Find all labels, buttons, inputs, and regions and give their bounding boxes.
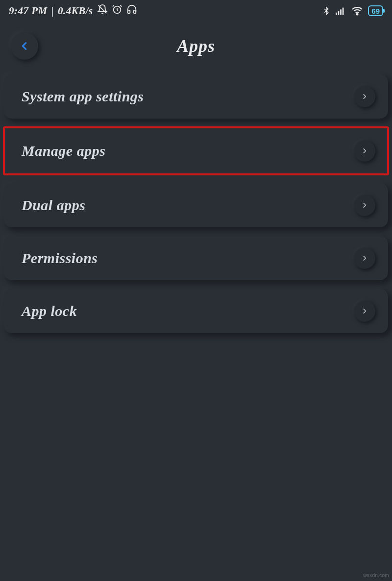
list-item-permissions[interactable]: Permissions (4, 236, 388, 280)
list-item-label: Manage apps (22, 143, 105, 159)
chevron-button[interactable] (354, 194, 375, 216)
chevron-left-icon (19, 39, 30, 53)
chevron-button[interactable] (354, 300, 375, 322)
svg-rect-3 (338, 11, 340, 15)
chevron-button[interactable] (354, 140, 375, 162)
list-item-app-lock[interactable]: App lock (4, 289, 388, 333)
list-item-manage-apps[interactable]: Manage apps (4, 127, 388, 174)
list-item-label: App lock (22, 303, 77, 319)
battery-indicator: 69 (368, 5, 383, 16)
chevron-right-icon (361, 254, 368, 263)
list-item-dual-apps[interactable]: Dual apps (4, 183, 388, 227)
status-left: 9:47 PM | 0.4KB/s (9, 4, 137, 18)
page-title: Apps (177, 36, 215, 56)
settings-list: System app settings Manage apps Dual app… (0, 71, 392, 333)
bluetooth-icon (322, 5, 331, 16)
dnd-icon (97, 4, 108, 18)
status-right: 69 (322, 5, 383, 16)
chevron-right-icon (361, 307, 368, 315)
status-bar: 9:47 PM | 0.4KB/s 69 (0, 0, 392, 22)
signal-icon (336, 6, 346, 15)
chevron-right-icon (361, 146, 368, 155)
svg-rect-5 (343, 8, 344, 15)
back-button[interactable] (11, 32, 38, 60)
list-item-label: Permissions (22, 250, 98, 266)
status-time: 9:47 PM (9, 5, 48, 17)
chevron-button[interactable] (354, 247, 375, 269)
chevron-right-icon (361, 201, 368, 210)
chevron-button[interactable] (354, 86, 375, 107)
svg-rect-4 (340, 9, 342, 15)
battery-level: 69 (371, 7, 380, 15)
watermark: wsxdn.com (363, 573, 389, 578)
list-item-system-app-settings[interactable]: System app settings (4, 74, 388, 119)
list-item-label: System app settings (22, 88, 144, 105)
status-separator: | (51, 5, 54, 17)
chevron-right-icon (361, 92, 368, 101)
alarm-icon (112, 4, 122, 18)
status-net-speed: 0.4KB/s (58, 5, 93, 17)
headphones-icon (126, 4, 137, 18)
svg-point-6 (357, 14, 358, 15)
list-item-label: Dual apps (22, 197, 85, 214)
wifi-icon (351, 6, 363, 16)
svg-rect-2 (336, 13, 337, 15)
page-header: Apps (0, 22, 392, 71)
